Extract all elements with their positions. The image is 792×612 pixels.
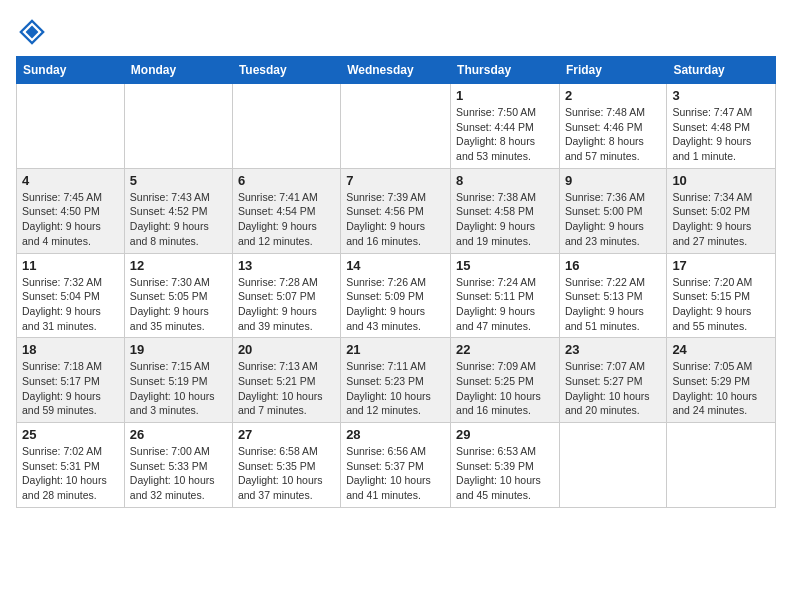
day-number: 10 [672, 173, 770, 188]
day-number: 26 [130, 427, 227, 442]
col-header-wednesday: Wednesday [341, 57, 451, 84]
day-number: 3 [672, 88, 770, 103]
day-info: Sunrise: 7:02 AM Sunset: 5:31 PM Dayligh… [22, 444, 119, 503]
day-number: 13 [238, 258, 335, 273]
calendar-cell: 14Sunrise: 7:26 AM Sunset: 5:09 PM Dayli… [341, 253, 451, 338]
day-number: 15 [456, 258, 554, 273]
day-info: Sunrise: 7:20 AM Sunset: 5:15 PM Dayligh… [672, 275, 770, 334]
col-header-saturday: Saturday [667, 57, 776, 84]
day-info: Sunrise: 7:43 AM Sunset: 4:52 PM Dayligh… [130, 190, 227, 249]
calendar-cell: 9Sunrise: 7:36 AM Sunset: 5:00 PM Daylig… [559, 168, 666, 253]
day-info: Sunrise: 7:00 AM Sunset: 5:33 PM Dayligh… [130, 444, 227, 503]
day-number: 14 [346, 258, 445, 273]
day-info: Sunrise: 7:50 AM Sunset: 4:44 PM Dayligh… [456, 105, 554, 164]
calendar-cell: 5Sunrise: 7:43 AM Sunset: 4:52 PM Daylig… [124, 168, 232, 253]
col-header-sunday: Sunday [17, 57, 125, 84]
calendar-week-row: 18Sunrise: 7:18 AM Sunset: 5:17 PM Dayli… [17, 338, 776, 423]
day-info: Sunrise: 7:24 AM Sunset: 5:11 PM Dayligh… [456, 275, 554, 334]
calendar-week-row: 4Sunrise: 7:45 AM Sunset: 4:50 PM Daylig… [17, 168, 776, 253]
day-info: Sunrise: 7:15 AM Sunset: 5:19 PM Dayligh… [130, 359, 227, 418]
calendar-cell: 26Sunrise: 7:00 AM Sunset: 5:33 PM Dayli… [124, 423, 232, 508]
page-header [16, 16, 776, 48]
calendar-cell: 17Sunrise: 7:20 AM Sunset: 5:15 PM Dayli… [667, 253, 776, 338]
day-number: 25 [22, 427, 119, 442]
day-number: 17 [672, 258, 770, 273]
day-number: 12 [130, 258, 227, 273]
day-info: Sunrise: 7:11 AM Sunset: 5:23 PM Dayligh… [346, 359, 445, 418]
day-number: 23 [565, 342, 661, 357]
calendar-cell: 6Sunrise: 7:41 AM Sunset: 4:54 PM Daylig… [232, 168, 340, 253]
day-info: Sunrise: 7:32 AM Sunset: 5:04 PM Dayligh… [22, 275, 119, 334]
calendar-cell: 20Sunrise: 7:13 AM Sunset: 5:21 PM Dayli… [232, 338, 340, 423]
day-info: Sunrise: 6:56 AM Sunset: 5:37 PM Dayligh… [346, 444, 445, 503]
calendar-cell: 25Sunrise: 7:02 AM Sunset: 5:31 PM Dayli… [17, 423, 125, 508]
day-number: 2 [565, 88, 661, 103]
calendar-cell: 2Sunrise: 7:48 AM Sunset: 4:46 PM Daylig… [559, 84, 666, 169]
day-info: Sunrise: 6:53 AM Sunset: 5:39 PM Dayligh… [456, 444, 554, 503]
day-number: 24 [672, 342, 770, 357]
day-number: 18 [22, 342, 119, 357]
day-info: Sunrise: 7:30 AM Sunset: 5:05 PM Dayligh… [130, 275, 227, 334]
day-number: 8 [456, 173, 554, 188]
calendar-cell: 21Sunrise: 7:11 AM Sunset: 5:23 PM Dayli… [341, 338, 451, 423]
day-number: 9 [565, 173, 661, 188]
day-number: 21 [346, 342, 445, 357]
day-number: 27 [238, 427, 335, 442]
calendar-cell: 11Sunrise: 7:32 AM Sunset: 5:04 PM Dayli… [17, 253, 125, 338]
calendar-cell: 19Sunrise: 7:15 AM Sunset: 5:19 PM Dayli… [124, 338, 232, 423]
day-number: 28 [346, 427, 445, 442]
day-info: Sunrise: 7:13 AM Sunset: 5:21 PM Dayligh… [238, 359, 335, 418]
calendar-cell: 15Sunrise: 7:24 AM Sunset: 5:11 PM Dayli… [451, 253, 560, 338]
day-info: Sunrise: 7:41 AM Sunset: 4:54 PM Dayligh… [238, 190, 335, 249]
day-number: 11 [22, 258, 119, 273]
day-info: Sunrise: 7:28 AM Sunset: 5:07 PM Dayligh… [238, 275, 335, 334]
col-header-tuesday: Tuesday [232, 57, 340, 84]
col-header-monday: Monday [124, 57, 232, 84]
day-number: 20 [238, 342, 335, 357]
day-info: Sunrise: 7:45 AM Sunset: 4:50 PM Dayligh… [22, 190, 119, 249]
day-info: Sunrise: 7:22 AM Sunset: 5:13 PM Dayligh… [565, 275, 661, 334]
calendar-cell: 3Sunrise: 7:47 AM Sunset: 4:48 PM Daylig… [667, 84, 776, 169]
calendar-cell: 24Sunrise: 7:05 AM Sunset: 5:29 PM Dayli… [667, 338, 776, 423]
calendar-cell: 7Sunrise: 7:39 AM Sunset: 4:56 PM Daylig… [341, 168, 451, 253]
logo-icon [16, 16, 48, 48]
day-info: Sunrise: 7:18 AM Sunset: 5:17 PM Dayligh… [22, 359, 119, 418]
day-number: 19 [130, 342, 227, 357]
day-info: Sunrise: 7:38 AM Sunset: 4:58 PM Dayligh… [456, 190, 554, 249]
calendar-cell [17, 84, 125, 169]
day-info: Sunrise: 7:07 AM Sunset: 5:27 PM Dayligh… [565, 359, 661, 418]
calendar-cell [667, 423, 776, 508]
day-info: Sunrise: 7:48 AM Sunset: 4:46 PM Dayligh… [565, 105, 661, 164]
col-header-thursday: Thursday [451, 57, 560, 84]
day-number: 7 [346, 173, 445, 188]
day-info: Sunrise: 7:36 AM Sunset: 5:00 PM Dayligh… [565, 190, 661, 249]
calendar-cell: 10Sunrise: 7:34 AM Sunset: 5:02 PM Dayli… [667, 168, 776, 253]
calendar-cell: 16Sunrise: 7:22 AM Sunset: 5:13 PM Dayli… [559, 253, 666, 338]
day-number: 5 [130, 173, 227, 188]
day-info: Sunrise: 7:09 AM Sunset: 5:25 PM Dayligh… [456, 359, 554, 418]
day-info: Sunrise: 6:58 AM Sunset: 5:35 PM Dayligh… [238, 444, 335, 503]
col-header-friday: Friday [559, 57, 666, 84]
calendar-cell: 1Sunrise: 7:50 AM Sunset: 4:44 PM Daylig… [451, 84, 560, 169]
calendar-header-row: SundayMondayTuesdayWednesdayThursdayFrid… [17, 57, 776, 84]
day-number: 29 [456, 427, 554, 442]
calendar-cell: 8Sunrise: 7:38 AM Sunset: 4:58 PM Daylig… [451, 168, 560, 253]
calendar-cell: 13Sunrise: 7:28 AM Sunset: 5:07 PM Dayli… [232, 253, 340, 338]
calendar-cell: 22Sunrise: 7:09 AM Sunset: 5:25 PM Dayli… [451, 338, 560, 423]
calendar-cell: 4Sunrise: 7:45 AM Sunset: 4:50 PM Daylig… [17, 168, 125, 253]
calendar-week-row: 25Sunrise: 7:02 AM Sunset: 5:31 PM Dayli… [17, 423, 776, 508]
calendar-cell [559, 423, 666, 508]
calendar-cell [341, 84, 451, 169]
calendar-cell: 18Sunrise: 7:18 AM Sunset: 5:17 PM Dayli… [17, 338, 125, 423]
day-info: Sunrise: 7:05 AM Sunset: 5:29 PM Dayligh… [672, 359, 770, 418]
day-info: Sunrise: 7:39 AM Sunset: 4:56 PM Dayligh… [346, 190, 445, 249]
calendar-cell: 29Sunrise: 6:53 AM Sunset: 5:39 PM Dayli… [451, 423, 560, 508]
day-number: 22 [456, 342, 554, 357]
day-info: Sunrise: 7:26 AM Sunset: 5:09 PM Dayligh… [346, 275, 445, 334]
calendar-cell: 23Sunrise: 7:07 AM Sunset: 5:27 PM Dayli… [559, 338, 666, 423]
day-number: 6 [238, 173, 335, 188]
calendar-cell [124, 84, 232, 169]
calendar-cell: 28Sunrise: 6:56 AM Sunset: 5:37 PM Dayli… [341, 423, 451, 508]
calendar-table: SundayMondayTuesdayWednesdayThursdayFrid… [16, 56, 776, 508]
calendar-cell [232, 84, 340, 169]
